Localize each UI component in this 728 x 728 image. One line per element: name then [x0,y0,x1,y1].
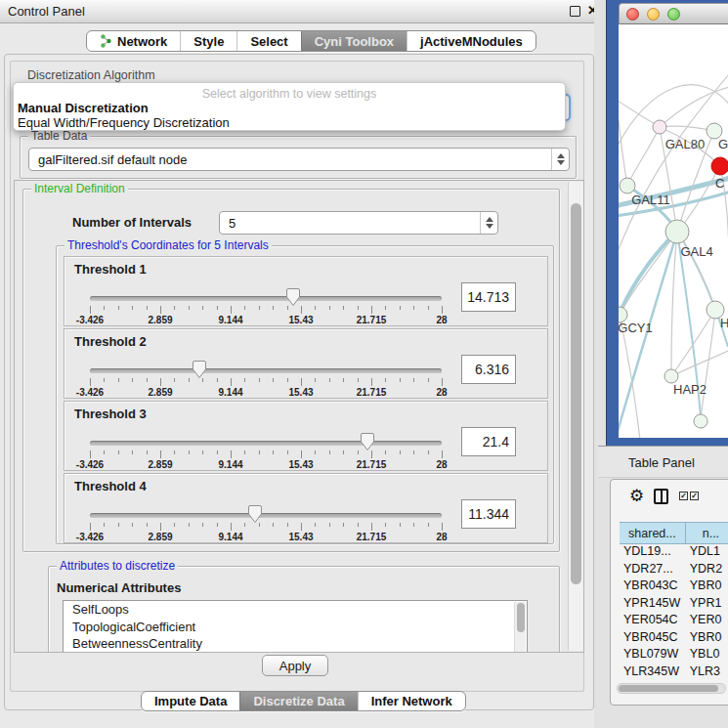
network-node-hap2[interactable] [664,369,678,383]
panel-scrollbar[interactable] [568,182,583,651]
num-intervals-value: 5 [229,216,236,231]
thresholds-group: Threshold's Coordinates for 5 Intervals … [56,245,554,544]
slider-tick-labels: -3.4262.8599.14415.4321.71528 [90,459,442,470]
slider-track[interactable] [90,296,442,301]
interval-definition-label: Interval Definition [31,182,128,195]
attribute-item[interactable]: TopologicalCoefficient [64,619,527,636]
gear-icon[interactable]: ⚙ [629,486,644,506]
node-label: GAL11 [631,193,670,207]
algorithm-option-equal-width[interactable]: Equal Width/Frequency Discretization [18,115,230,130]
threshold-value-field[interactable]: 11.344 [461,499,516,529]
tab-discretize-data[interactable]: Discretize Data [239,692,357,710]
node-label: HAP2 [673,382,707,397]
table-cell: YLR345W [620,664,686,679]
table-row[interactable]: YBR043CYBR0 [620,578,728,596]
threshold-value-field[interactable]: 6.316 [461,355,516,384]
node-label: GAL4 [680,244,712,259]
table-cell: YBR0 [686,630,728,648]
table-row[interactable]: YPR145WYPR1 [620,596,728,614]
attributes-group: Attributes to discretize Numerical Attri… [48,566,560,653]
slider-track[interactable] [90,513,442,518]
table-cell: YER054C [620,613,686,630]
slider-tick-labels: -3.4262.8599.14415.4321.71528 [90,532,442,542]
tab-jactivemnodules[interactable]: jActiveMNodules [407,31,535,51]
minimize-traffic-light[interactable] [647,8,660,21]
algorithm-dropdown-popup: Select algorithm to view settings Manual… [13,82,566,131]
table-data-combo[interactable]: galFiltered.sif default node [28,148,570,171]
network-edge[interactable] [660,86,728,127]
network-node[interactable] [694,414,707,428]
slider-thumb[interactable] [285,287,301,307]
slider-ticks [90,523,442,532]
slider-track[interactable] [90,441,442,446]
slider-ticks [90,306,442,315]
algorithm-option-manual[interactable]: Manual Discretization [18,101,149,115]
list-scrollbar[interactable] [514,602,526,653]
table-header-row: shared...n... [620,522,728,544]
table-row[interactable]: YBL079WYBL0 [620,647,728,664]
attribute-item[interactable]: SelfLoops [64,601,527,619]
table-row[interactable]: YBR045CYBR0 [620,630,728,648]
column-header[interactable]: shared... [620,523,686,543]
table-cell: YDL1 [686,544,728,562]
node-label: H [720,316,728,330]
node-label: C [715,176,724,191]
table-hscrollbar[interactable] [617,683,726,694]
network-edge[interactable] [701,310,715,418]
network-node-c[interactable] [711,157,728,175]
slider-ticks [90,378,442,387]
table-row[interactable]: YDL19...YDL1 [620,544,728,562]
network-edge[interactable] [620,232,677,315]
tab-select[interactable]: Select [236,31,300,51]
table-panel: ⚙ ✓ ✓ shared...n...YDL19...YDL1YDR27...Y… [610,479,728,706]
threshold-panel-2: Threshold 2-3.4262.8599.14415.4321.71528… [64,328,548,399]
tab-impute-data[interactable]: Impute Data [142,692,239,710]
threshold-label: Threshold 2 [74,334,147,349]
network-canvas[interactable]: GAL80G.CGAL11GAL4GCY1HHAP2 [619,24,728,438]
combo-stepper-icon [480,212,497,234]
zoom-traffic-light[interactable] [667,8,680,21]
network-window-titlebar[interactable] [619,3,728,24]
numerical-attributes-list[interactable]: SelfLoopsTopologicalCoefficientBetweenne… [63,600,528,653]
numerical-attributes-label: Numerical Attributes [57,580,181,595]
scrollbar-thumb[interactable] [571,203,581,584]
panel-title: Control Panel [8,4,85,19]
network-node-gal11[interactable] [620,178,635,193]
columns-icon[interactable] [654,489,668,504]
threshold-panel-3: Threshold 3-3.4262.8599.14415.4321.71528… [64,401,548,471]
table-cell: YBL079W [620,647,686,664]
network-edge[interactable] [671,232,677,376]
node-label: GAL80 [665,137,705,151]
threshold-label: Threshold 1 [74,262,147,277]
node-label: G. [718,137,728,151]
column-header[interactable]: n... [686,523,728,543]
checkbox-icon[interactable]: ✓ [679,492,688,500]
table-row[interactable]: YER054CYER0 [620,613,728,630]
table-row[interactable]: YLR345WYLR3 [620,664,728,679]
num-intervals-combo[interactable]: 5 [219,211,498,235]
attributes-group-label: Attributes to discretize [57,559,178,573]
scrollbar-thumb[interactable] [619,685,718,692]
tab-network[interactable]: Network [87,31,180,51]
table-cell: YLR3 [686,664,728,679]
attribute-item[interactable]: BetweennessCentrality [64,635,527,653]
threshold-value-field[interactable]: 21.4 [461,427,516,456]
tab-style[interactable]: Style [180,31,236,51]
slider-thumb[interactable] [192,360,207,379]
float-window-icon[interactable] [570,6,580,17]
tab-infer-network[interactable]: Infer Network [358,692,465,710]
threshold-value-field[interactable]: 14.713 [461,282,516,312]
network-edge[interactable] [627,127,660,186]
threshold-label: Threshold 4 [74,479,147,493]
table-row[interactable]: YDR27...YDR2 [620,562,728,579]
table-cell: YDR27... [620,562,686,579]
tab-cyni-toolbox[interactable]: Cyni Toolbox [301,31,407,51]
network-node-gal4[interactable] [665,220,689,243]
close-traffic-light[interactable] [626,8,639,21]
network-node-gal80[interactable] [653,120,666,134]
slider-track[interactable] [90,368,442,373]
checkbox-icon[interactable]: ✓ [690,492,699,500]
apply-button[interactable]: Apply [262,655,328,676]
slider-thumb[interactable] [247,504,263,524]
slider-thumb[interactable] [360,432,375,451]
